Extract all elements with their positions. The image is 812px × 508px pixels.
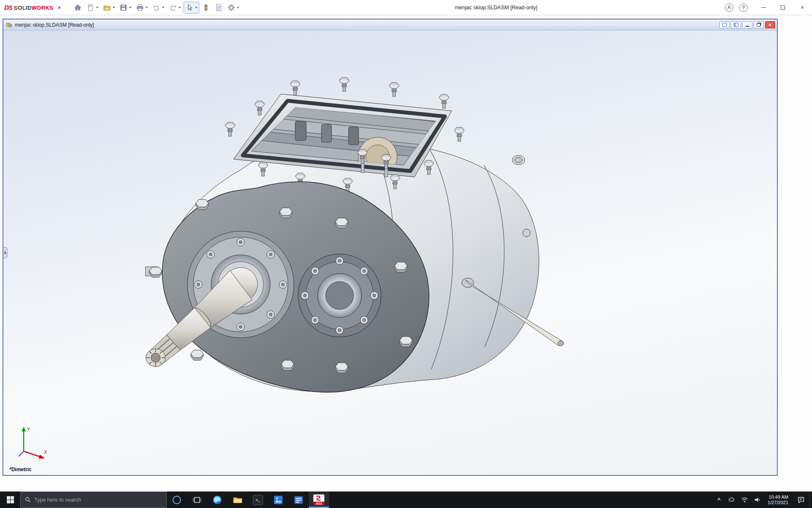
new-dropdown-arrow-icon[interactable] <box>96 7 99 8</box>
doc-tile-left-button[interactable] <box>719 21 730 28</box>
help-button[interactable]: ? <box>739 3 748 12</box>
tray-network-button[interactable] <box>738 491 751 508</box>
featuremanager-collapse-tab[interactable] <box>3 247 8 258</box>
close-icon: × <box>801 4 804 11</box>
taskbar-terminal-button[interactable]: >_ <box>248 491 268 508</box>
app-window-title: menjac sklop.SLDASM [Read-only] <box>455 5 537 11</box>
app-window-icon <box>294 495 304 505</box>
document-titlebar[interactable]: menjac sklop.SLDASM [Read-only] × <box>3 19 777 30</box>
doc-close-icon: × <box>768 22 771 28</box>
cortana-icon <box>173 496 181 504</box>
taskbar-app-window-button[interactable] <box>288 491 309 508</box>
file-properties-button[interactable] <box>213 2 225 14</box>
new-document-button[interactable] <box>85 2 100 14</box>
redo-button[interactable] <box>167 2 183 14</box>
taskbar-search[interactable] <box>20 491 167 508</box>
taskbar-file-explorer-button[interactable] <box>228 491 248 508</box>
show-desktop-strip[interactable] <box>809 491 812 508</box>
gearbox-3d-model[interactable] <box>3 30 777 475</box>
document-title: menjac sklop.SLDASM [Read-only] <box>15 22 94 28</box>
select-cursor-icon <box>185 3 194 12</box>
tray-volume-button[interactable] <box>751 491 763 508</box>
options-dropdown-arrow-icon[interactable] <box>237 7 239 8</box>
doc-minimize-button[interactable] <box>742 21 752 28</box>
ds-logo-mark: DS <box>4 4 12 11</box>
triad-y-label: Y <box>27 427 30 432</box>
clock-date: 1/27/2021 <box>768 500 788 505</box>
taskbar-photos-button[interactable] <box>268 491 288 508</box>
save-icon <box>119 3 128 12</box>
person-icon <box>727 5 732 10</box>
taskbar-edge-button[interactable] <box>207 491 228 508</box>
tray-cloud-button[interactable] <box>725 491 738 508</box>
app-titlebar: DSSOLIDWORKS <box>0 0 812 15</box>
sign-in-account-icon[interactable] <box>725 3 733 12</box>
search-input[interactable] <box>34 497 162 503</box>
action-center-button[interactable] <box>793 491 809 508</box>
edge-icon <box>212 495 222 505</box>
volume-icon <box>754 496 761 503</box>
task-view-button[interactable] <box>187 491 207 508</box>
doc-restore-button[interactable] <box>754 21 764 28</box>
rebuild-button[interactable] <box>200 2 212 14</box>
taskbar-clock[interactable]: 10:49 AM 1/27/2021 <box>763 491 793 508</box>
doc-close-button[interactable]: × <box>765 21 775 28</box>
options-button[interactable] <box>225 2 241 14</box>
triad-x-label: X <box>44 450 47 455</box>
undo-icon <box>152 3 161 12</box>
tile-right-icon <box>734 23 738 27</box>
start-button[interactable] <box>0 491 20 508</box>
doc-restore-icon <box>757 23 760 27</box>
cloud-icon <box>728 496 735 503</box>
quick-access-toolbar <box>72 2 241 14</box>
save-dropdown-arrow-icon[interactable] <box>129 7 132 8</box>
app-minimize-button[interactable] <box>754 0 773 15</box>
help-icon: ? <box>742 5 745 11</box>
orientation-triad[interactable]: Y X <box>14 424 51 463</box>
hidden-icons-button[interactable]: ^ <box>713 491 725 508</box>
chevron-up-icon: ^ <box>717 497 721 503</box>
redo-icon <box>169 3 177 12</box>
undo-button[interactable] <box>151 2 166 14</box>
clock-time: 10:49 AM <box>769 494 788 500</box>
gearbox-assembly <box>145 77 564 392</box>
menu-flyout-arrow-icon[interactable] <box>58 6 61 10</box>
maximize-icon <box>781 6 785 10</box>
taskbar-solidworks-button[interactable]: 2021 <box>309 491 329 508</box>
select-tool-button[interactable] <box>184 2 199 14</box>
terminal-glyph: >_ <box>256 498 261 502</box>
cortana-button[interactable] <box>167 491 187 508</box>
terminal-icon: >_ <box>253 495 263 505</box>
file-explorer-icon <box>233 495 243 505</box>
solidworks-version-badge: 2021 <box>313 502 324 505</box>
wifi-icon <box>741 496 748 503</box>
graphics-area[interactable]: Y X *Dimetric <box>3 30 777 475</box>
solidworks-logo: DSSOLIDWORKS <box>4 4 53 11</box>
save-button[interactable] <box>118 2 133 14</box>
system-tray: ^ 10:49 AM 1/27/2021 <box>713 491 812 508</box>
new-document-icon <box>86 3 95 12</box>
select-dropdown-arrow-icon[interactable] <box>195 7 198 8</box>
open-folder-icon <box>103 3 111 12</box>
rebuild-traffic-light-icon <box>202 3 210 12</box>
doc-tile-right-button[interactable] <box>731 21 741 28</box>
search-icon <box>25 497 31 503</box>
print-dropdown-arrow-icon[interactable] <box>145 7 148 8</box>
view-orientation-label: *Dimetric <box>9 467 32 472</box>
options-gear-icon <box>227 3 236 12</box>
photos-icon <box>273 495 283 505</box>
assembly-document-icon <box>6 22 12 28</box>
home-button[interactable] <box>72 2 84 14</box>
solidworks-mark-icon <box>315 495 323 501</box>
open-dropdown-arrow-icon[interactable] <box>112 7 115 8</box>
undo-dropdown-arrow-icon[interactable] <box>162 7 165 8</box>
app-maximize-button[interactable] <box>773 0 793 15</box>
file-properties-icon <box>214 3 223 12</box>
windows-taskbar: >_ 2021 ^ <box>0 491 812 508</box>
print-icon <box>136 3 144 12</box>
open-button[interactable] <box>101 2 117 14</box>
tile-left-icon <box>722 23 727 27</box>
app-close-button[interactable]: × <box>793 0 812 15</box>
print-button[interactable] <box>134 2 150 14</box>
redo-dropdown-arrow-icon[interactable] <box>178 7 181 8</box>
